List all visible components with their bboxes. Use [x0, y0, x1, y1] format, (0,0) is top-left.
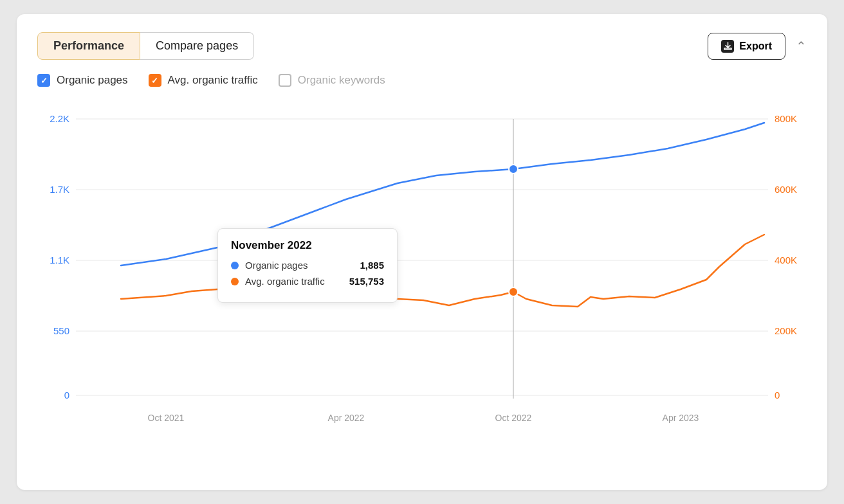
svg-text:0: 0 — [64, 390, 69, 401]
legend-organic-keywords: Organic keywords — [279, 74, 385, 87]
export-icon — [721, 40, 734, 53]
svg-text:Oct 2022: Oct 2022 — [495, 413, 532, 423]
header-row: Performance Compare pages Export ⌃ — [37, 32, 807, 60]
tab-compare-pages[interactable]: Compare pages — [140, 32, 254, 60]
svg-text:Apr 2022: Apr 2022 — [328, 413, 365, 423]
header-actions: Export ⌃ — [708, 33, 807, 60]
checkbox-organic-pages[interactable]: ✓ — [37, 74, 50, 87]
tab-group: Performance Compare pages — [37, 32, 254, 60]
checkbox-avg-traffic[interactable]: ✓ — [149, 74, 161, 87]
svg-text:550: 550 — [53, 325, 69, 336]
legend-row: ✓ Organic pages ✓ Avg. organic traffic O… — [37, 74, 807, 87]
svg-text:600K: 600K — [775, 184, 797, 195]
svg-text:200K: 200K — [775, 325, 797, 336]
legend-avg-traffic: ✓ Avg. organic traffic — [149, 74, 258, 87]
svg-text:800K: 800K — [775, 113, 797, 124]
legend-label-organic-keywords: Organic keywords — [298, 74, 385, 87]
performance-card: Performance Compare pages Export ⌃ ✓ Org… — [17, 14, 827, 490]
legend-label-avg-traffic: Avg. organic traffic — [168, 74, 258, 87]
export-button[interactable]: Export — [708, 33, 785, 60]
checkbox-organic-keywords[interactable] — [279, 74, 291, 87]
svg-text:400K: 400K — [775, 255, 797, 266]
svg-point-21 — [509, 287, 518, 296]
chart-svg: 2.2K 1.7K 1.1K 550 0 800K 600K 400K 200K… — [37, 100, 807, 440]
svg-text:2.2K: 2.2K — [50, 113, 69, 124]
legend-organic-pages: ✓ Organic pages — [37, 74, 128, 87]
svg-text:0: 0 — [775, 390, 780, 401]
svg-text:1.7K: 1.7K — [50, 184, 69, 195]
legend-label-organic-pages: Organic pages — [57, 74, 128, 87]
collapse-icon[interactable]: ⌃ — [796, 39, 807, 54]
svg-point-20 — [509, 165, 518, 174]
svg-text:1.1K: 1.1K — [50, 255, 69, 266]
tab-performance[interactable]: Performance — [37, 32, 140, 60]
svg-text:Apr 2023: Apr 2023 — [663, 413, 699, 423]
svg-text:Oct 2021: Oct 2021 — [148, 413, 185, 423]
chart-container: 2.2K 1.7K 1.1K 550 0 800K 600K 400K 200K… — [37, 100, 807, 440]
